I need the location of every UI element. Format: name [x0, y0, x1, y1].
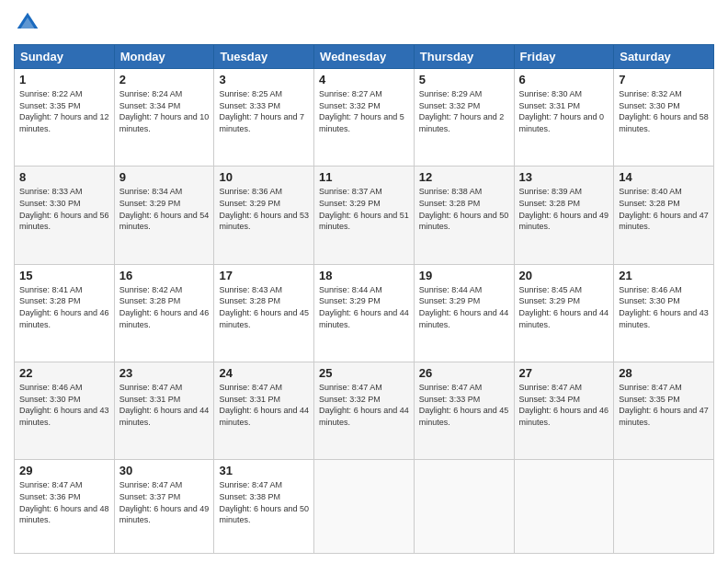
day-number: 8 [19, 170, 109, 184]
calendar-cell: 7Sunrise: 8:32 AMSunset: 3:30 PMDaylight… [614, 69, 714, 167]
day-number: 31 [219, 464, 309, 477]
day-info: Sunrise: 8:24 AMSunset: 3:34 PMDaylight:… [119, 88, 210, 134]
weekday-header-sunday: Sunday [15, 45, 115, 69]
calendar-cell: 9Sunrise: 8:34 AMSunset: 3:29 PMDaylight… [114, 167, 214, 264]
day-info: Sunrise: 8:30 AMSunset: 3:31 PMDaylight:… [519, 88, 609, 134]
day-info: Sunrise: 8:44 AMSunset: 3:29 PMDaylight:… [319, 284, 409, 330]
week-row-4: 22Sunrise: 8:46 AMSunset: 3:30 PMDayligh… [15, 362, 714, 460]
day-info: Sunrise: 8:47 AMSunset: 3:32 PMDaylight:… [319, 382, 409, 428]
calendar-cell: 16Sunrise: 8:42 AMSunset: 3:28 PMDayligh… [114, 264, 214, 362]
day-info: Sunrise: 8:33 AMSunset: 3:30 PMDaylight:… [19, 186, 109, 232]
calendar-cell: 8Sunrise: 8:33 AMSunset: 3:30 PMDaylight… [15, 167, 115, 264]
day-number: 13 [519, 170, 609, 184]
calendar-cell: 1Sunrise: 8:22 AMSunset: 3:35 PMDaylight… [15, 69, 115, 167]
day-info: Sunrise: 8:47 AMSunset: 3:33 PMDaylight:… [419, 382, 509, 428]
day-info: Sunrise: 8:45 AMSunset: 3:29 PMDaylight:… [519, 284, 609, 330]
day-number: 22 [19, 366, 109, 380]
calendar-cell: 30Sunrise: 8:47 AMSunset: 3:37 PMDayligh… [114, 460, 214, 554]
day-number: 9 [119, 170, 210, 184]
day-number: 25 [319, 366, 409, 380]
day-info: Sunrise: 8:29 AMSunset: 3:32 PMDaylight:… [419, 88, 509, 134]
day-number: 19 [419, 269, 509, 282]
weekday-header-friday: Friday [514, 45, 614, 69]
day-info: Sunrise: 8:47 AMSunset: 3:35 PMDaylight:… [619, 382, 709, 428]
calendar-cell: 13Sunrise: 8:39 AMSunset: 3:28 PMDayligh… [514, 167, 614, 264]
calendar-cell: 11Sunrise: 8:37 AMSunset: 3:29 PMDayligh… [314, 167, 415, 264]
day-number: 5 [419, 73, 509, 86]
day-info: Sunrise: 8:43 AMSunset: 3:28 PMDaylight:… [219, 284, 309, 330]
calendar-body: 1Sunrise: 8:22 AMSunset: 3:35 PMDaylight… [15, 69, 714, 554]
day-info: Sunrise: 8:42 AMSunset: 3:28 PMDaylight:… [119, 284, 210, 330]
day-number: 2 [119, 73, 210, 86]
day-info: Sunrise: 8:36 AMSunset: 3:29 PMDaylight:… [219, 186, 309, 232]
page: SundayMondayTuesdayWednesdayThursdayFrid… [0, 0, 728, 563]
day-info: Sunrise: 8:34 AMSunset: 3:29 PMDaylight:… [119, 186, 210, 232]
week-row-1: 1Sunrise: 8:22 AMSunset: 3:35 PMDaylight… [15, 69, 714, 167]
calendar-cell: 20Sunrise: 8:45 AMSunset: 3:29 PMDayligh… [514, 264, 614, 362]
calendar-cell: 2Sunrise: 8:24 AMSunset: 3:34 PMDaylight… [114, 69, 214, 167]
day-info: Sunrise: 8:47 AMSunset: 3:31 PMDaylight:… [219, 382, 309, 428]
calendar-cell: 29Sunrise: 8:47 AMSunset: 3:36 PMDayligh… [15, 460, 115, 554]
day-number: 12 [419, 170, 509, 184]
calendar-cell: 24Sunrise: 8:47 AMSunset: 3:31 PMDayligh… [214, 362, 314, 460]
calendar-cell: 19Sunrise: 8:44 AMSunset: 3:29 PMDayligh… [414, 264, 514, 362]
calendar-cell [314, 460, 415, 554]
day-number: 1 [19, 73, 109, 86]
weekday-header-wednesday: Wednesday [314, 45, 415, 69]
calendar-cell [514, 460, 614, 554]
calendar: SundayMondayTuesdayWednesdayThursdayFrid… [14, 44, 714, 554]
weekday-header-thursday: Thursday [414, 45, 514, 69]
calendar-cell: 21Sunrise: 8:46 AMSunset: 3:30 PMDayligh… [614, 264, 714, 362]
day-number: 6 [519, 73, 609, 86]
calendar-cell: 4Sunrise: 8:27 AMSunset: 3:32 PMDaylight… [314, 69, 415, 167]
day-info: Sunrise: 8:41 AMSunset: 3:28 PMDaylight:… [19, 284, 109, 330]
day-number: 11 [319, 170, 409, 184]
day-number: 18 [319, 269, 409, 282]
day-number: 23 [119, 366, 210, 380]
day-info: Sunrise: 8:47 AMSunset: 3:36 PMDaylight:… [19, 479, 109, 525]
day-info: Sunrise: 8:32 AMSunset: 3:30 PMDaylight:… [619, 88, 709, 134]
day-info: Sunrise: 8:47 AMSunset: 3:31 PMDaylight:… [119, 382, 210, 428]
calendar-cell: 28Sunrise: 8:47 AMSunset: 3:35 PMDayligh… [614, 362, 714, 460]
weekday-header-monday: Monday [114, 45, 214, 69]
calendar-cell: 18Sunrise: 8:44 AMSunset: 3:29 PMDayligh… [314, 264, 415, 362]
day-number: 20 [519, 269, 609, 282]
day-info: Sunrise: 8:37 AMSunset: 3:29 PMDaylight:… [319, 186, 409, 232]
calendar-cell [414, 460, 514, 554]
day-number: 14 [619, 170, 709, 184]
day-number: 17 [219, 269, 309, 282]
calendar-cell: 5Sunrise: 8:29 AMSunset: 3:32 PMDaylight… [414, 69, 514, 167]
day-info: Sunrise: 8:47 AMSunset: 3:37 PMDaylight:… [119, 479, 210, 525]
day-number: 21 [619, 269, 709, 282]
day-number: 24 [219, 366, 309, 380]
day-info: Sunrise: 8:27 AMSunset: 3:32 PMDaylight:… [319, 88, 409, 134]
day-info: Sunrise: 8:22 AMSunset: 3:35 PMDaylight:… [19, 88, 109, 134]
calendar-cell [614, 460, 714, 554]
calendar-cell: 6Sunrise: 8:30 AMSunset: 3:31 PMDaylight… [514, 69, 614, 167]
logo-icon [14, 9, 41, 37]
day-info: Sunrise: 8:40 AMSunset: 3:28 PMDaylight:… [619, 186, 709, 232]
calendar-cell: 23Sunrise: 8:47 AMSunset: 3:31 PMDayligh… [114, 362, 214, 460]
calendar-cell: 17Sunrise: 8:43 AMSunset: 3:28 PMDayligh… [214, 264, 314, 362]
calendar-cell: 15Sunrise: 8:41 AMSunset: 3:28 PMDayligh… [15, 264, 115, 362]
calendar-cell: 25Sunrise: 8:47 AMSunset: 3:32 PMDayligh… [314, 362, 415, 460]
weekday-header-tuesday: Tuesday [214, 45, 314, 69]
calendar-cell: 10Sunrise: 8:36 AMSunset: 3:29 PMDayligh… [214, 167, 314, 264]
calendar-cell: 27Sunrise: 8:47 AMSunset: 3:34 PMDayligh… [514, 362, 614, 460]
calendar-cell: 26Sunrise: 8:47 AMSunset: 3:33 PMDayligh… [414, 362, 514, 460]
calendar-cell: 22Sunrise: 8:46 AMSunset: 3:30 PMDayligh… [15, 362, 115, 460]
day-info: Sunrise: 8:25 AMSunset: 3:33 PMDaylight:… [219, 88, 309, 134]
day-number: 28 [619, 366, 709, 380]
day-number: 10 [219, 170, 309, 184]
day-number: 15 [19, 269, 109, 282]
logo [14, 9, 45, 37]
day-number: 4 [319, 73, 409, 86]
header [14, 9, 714, 37]
day-info: Sunrise: 8:38 AMSunset: 3:28 PMDaylight:… [419, 186, 509, 232]
day-info: Sunrise: 8:46 AMSunset: 3:30 PMDaylight:… [19, 382, 109, 428]
week-row-5: 29Sunrise: 8:47 AMSunset: 3:36 PMDayligh… [15, 460, 714, 554]
weekday-row: SundayMondayTuesdayWednesdayThursdayFrid… [15, 45, 714, 69]
day-info: Sunrise: 8:39 AMSunset: 3:28 PMDaylight:… [519, 186, 609, 232]
day-number: 7 [619, 73, 709, 86]
calendar-cell: 12Sunrise: 8:38 AMSunset: 3:28 PMDayligh… [414, 167, 514, 264]
